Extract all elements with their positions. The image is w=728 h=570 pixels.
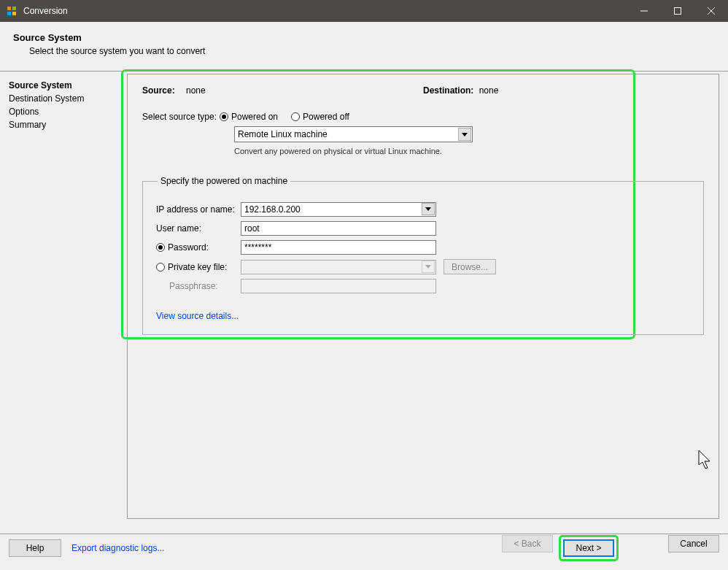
radio-password[interactable]: Password: bbox=[156, 242, 241, 253]
svg-marker-8 bbox=[462, 133, 468, 136]
passphrase-input bbox=[241, 279, 436, 293]
source-type-select-value: Remote Linux machine bbox=[238, 129, 328, 139]
ip-label: IP address or name: bbox=[156, 204, 241, 215]
sidebar-item-summary[interactable]: Summary bbox=[9, 118, 120, 131]
next-button-label: Next > bbox=[576, 543, 601, 553]
destination-value: none bbox=[479, 85, 499, 96]
machine-details-group: Specify the powered on machine IP addres… bbox=[142, 176, 704, 335]
browse-button-label: Browse... bbox=[452, 262, 488, 272]
wizard-steps-sidebar: Source System Destination System Options… bbox=[0, 72, 127, 528]
svg-rect-0 bbox=[7, 7, 11, 10]
svg-rect-3 bbox=[12, 12, 16, 15]
highlight-annotation: Next > bbox=[559, 535, 619, 561]
chevron-down-icon bbox=[422, 203, 435, 215]
main-panel: Source: none Destination: none Select so… bbox=[127, 74, 719, 519]
radio-icon bbox=[156, 243, 165, 252]
radio-powered-off[interactable]: Powered off bbox=[291, 112, 349, 122]
radio-powered-off-label: Powered off bbox=[303, 112, 349, 122]
password-label: Password: bbox=[168, 242, 209, 253]
sidebar-item-options[interactable]: Options bbox=[9, 105, 120, 118]
svg-marker-9 bbox=[425, 207, 431, 211]
destination-label: Destination: bbox=[423, 85, 473, 96]
radio-icon bbox=[291, 112, 300, 121]
chevron-down-icon bbox=[422, 261, 435, 273]
view-source-details-link[interactable]: View source details... bbox=[156, 311, 239, 321]
help-button-label: Help bbox=[26, 543, 44, 553]
page-subtitle: Select the source system you want to con… bbox=[7, 43, 721, 56]
chevron-down-icon bbox=[458, 128, 471, 141]
svg-marker-10 bbox=[425, 265, 431, 269]
cancel-button[interactable]: Cancel bbox=[668, 535, 719, 552]
svg-rect-2 bbox=[7, 12, 11, 15]
source-value: none bbox=[186, 85, 206, 96]
app-icon bbox=[6, 5, 18, 17]
close-button[interactable] bbox=[694, 0, 728, 22]
wizard-header: Source System Select the source system y… bbox=[0, 22, 728, 65]
password-input[interactable]: ******** bbox=[241, 240, 436, 255]
source-type-help: Convert any powered on physical or virtu… bbox=[234, 147, 704, 155]
source-type-select[interactable]: Remote Linux machine bbox=[234, 126, 473, 142]
svg-rect-5 bbox=[675, 8, 681, 15]
maximize-button[interactable] bbox=[661, 0, 694, 22]
username-value: root bbox=[244, 223, 260, 234]
radio-icon bbox=[156, 263, 165, 271]
help-button[interactable]: Help bbox=[9, 539, 61, 557]
password-value: ******** bbox=[244, 242, 271, 253]
radio-powered-on-label: Powered on bbox=[231, 112, 278, 122]
back-button-label: < Back bbox=[514, 539, 541, 549]
group-legend: Specify the powered on machine bbox=[158, 176, 290, 186]
minimize-button[interactable] bbox=[627, 0, 661, 22]
source-type-label: Select source type: bbox=[142, 112, 220, 122]
window-title: Conversion bbox=[23, 6, 627, 16]
private-key-label: Private key file: bbox=[168, 262, 227, 272]
radio-powered-on[interactable]: Powered on bbox=[220, 112, 278, 122]
browse-button: Browse... bbox=[444, 259, 496, 274]
sidebar-item-destination-system[interactable]: Destination System bbox=[9, 92, 120, 105]
wizard-footer: Help Export diagnostic logs... < Back Ne… bbox=[0, 534, 728, 562]
username-label: User name: bbox=[156, 223, 241, 234]
cancel-button-label: Cancel bbox=[680, 539, 707, 549]
radio-icon bbox=[220, 112, 228, 121]
private-key-input bbox=[241, 260, 436, 274]
username-input[interactable]: root bbox=[241, 221, 436, 236]
next-button[interactable]: Next > bbox=[563, 539, 614, 557]
ip-input-value: 192.168.0.200 bbox=[244, 204, 301, 215]
svg-rect-1 bbox=[12, 7, 16, 10]
passphrase-label: Passphrase: bbox=[156, 281, 241, 291]
page-title: Source System bbox=[7, 32, 721, 43]
source-label: Source: bbox=[142, 85, 183, 96]
sidebar-item-source-system[interactable]: Source System bbox=[9, 79, 120, 92]
titlebar: Conversion bbox=[0, 0, 728, 22]
export-logs-link[interactable]: Export diagnostic logs... bbox=[71, 543, 164, 553]
back-button: < Back bbox=[502, 535, 553, 552]
ip-input[interactable]: 192.168.0.200 bbox=[241, 202, 436, 217]
radio-private-key[interactable]: Private key file: bbox=[156, 262, 241, 272]
